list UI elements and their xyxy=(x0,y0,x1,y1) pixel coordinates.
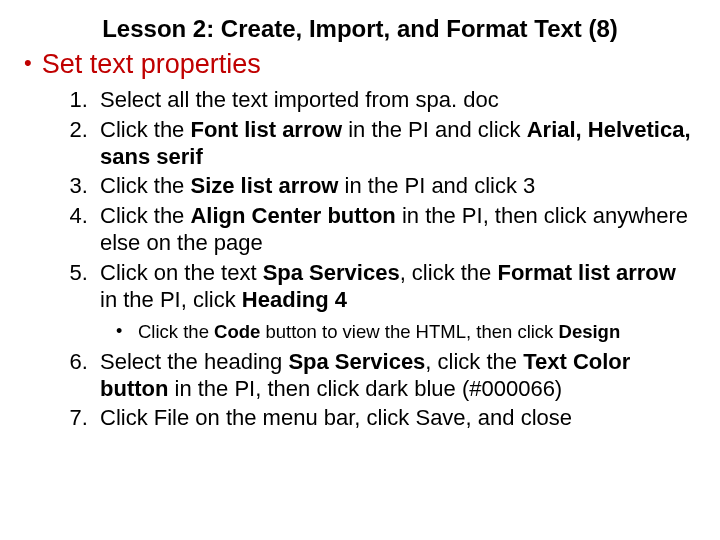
step-2: Click the Font list arrow in the PI and … xyxy=(94,117,696,171)
bullet-icon: • xyxy=(24,49,32,77)
topic-bullet: • Set text properties xyxy=(24,49,700,79)
t: in the PI, then click dark blue (#000066… xyxy=(168,376,562,401)
sub-text: Click the Code button to view the HTML, … xyxy=(138,320,620,343)
t: Size list arrow xyxy=(190,173,338,198)
t: Format list arrow xyxy=(497,260,675,285)
t: Click on the text xyxy=(100,260,263,285)
step-3: Click the Size list arrow in the PI and … xyxy=(94,173,696,200)
t: , click the xyxy=(425,349,523,374)
slide-title: Lesson 2: Create, Import, and Format Tex… xyxy=(20,15,700,43)
t: Click the xyxy=(138,321,214,342)
t: in the PI and click 3 xyxy=(338,173,535,198)
t: Click the xyxy=(100,117,190,142)
t: Spa Services xyxy=(263,260,400,285)
sub-bullet: • Click the Code button to view the HTML… xyxy=(116,320,700,343)
topic-text: Set text properties xyxy=(42,49,261,79)
t: Align Center button xyxy=(190,203,395,228)
t: Design xyxy=(559,321,621,342)
t: in the PI and click xyxy=(342,117,527,142)
step-4: Click the Align Center button in the PI,… xyxy=(94,203,696,257)
step-6: Select the heading Spa Services, click t… xyxy=(94,349,696,403)
t: Heading 4 xyxy=(242,287,347,312)
t: , click the xyxy=(400,260,498,285)
step-7: Click File on the menu bar, click Save, … xyxy=(94,405,696,432)
t: button to view the HTML, then click xyxy=(260,321,558,342)
t: Spa Services xyxy=(288,349,425,374)
t: Click the xyxy=(100,173,190,198)
step-5: Click on the text Spa Services, click th… xyxy=(94,260,696,314)
step-list-cont: Select the heading Spa Services, click t… xyxy=(66,349,700,432)
t: Font list arrow xyxy=(190,117,342,142)
step-1-text: Select all the text imported from spa. d… xyxy=(100,87,499,112)
t: Click the xyxy=(100,203,190,228)
step-list: Select all the text imported from spa. d… xyxy=(66,87,700,314)
step-1: Select all the text imported from spa. d… xyxy=(94,87,696,114)
slide: Lesson 2: Create, Import, and Format Tex… xyxy=(0,0,720,540)
t: Select the heading xyxy=(100,349,288,374)
step-7-text: Click File on the menu bar, click Save, … xyxy=(100,405,572,430)
t: in the PI, click xyxy=(100,287,242,312)
t: Code xyxy=(214,321,260,342)
bullet-icon: • xyxy=(116,320,138,342)
